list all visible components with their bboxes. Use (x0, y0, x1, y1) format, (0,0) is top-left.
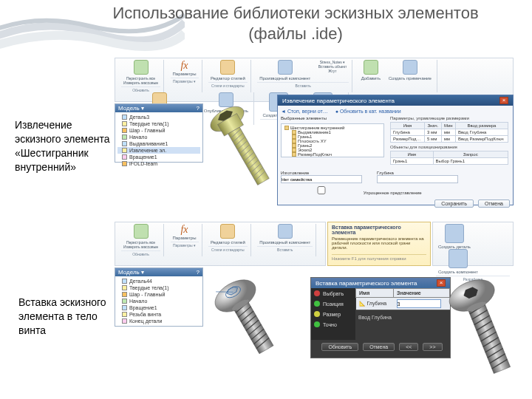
slide-title: Использование библиотеки эскизных элемен… (89, 3, 502, 44)
tree-item[interactable]: Начало (117, 298, 200, 304)
style-editor-button[interactable]: Редактор стилей (211, 60, 245, 81)
next-button[interactable]: >> (423, 343, 442, 351)
dialog-title: Извлечение параметрического элемента (282, 98, 395, 104)
tree-item[interactable]: Вращение1 (117, 304, 200, 311)
wizard-step[interactable]: Размер (311, 309, 355, 319)
tree-item[interactable]: Твердые тела(1) (117, 284, 200, 291)
insert-ifeature-dialog: Вставка параметрического элемента× Выбра… (310, 277, 451, 358)
tooltip-insert-ifeature: Вставка параметрического элемента Размещ… (327, 222, 431, 266)
group-label: Вставить (257, 82, 349, 88)
close-icon[interactable]: × (437, 279, 446, 287)
wizard-step[interactable]: Точно (311, 319, 355, 330)
refresh-button[interactable]: Обновить (321, 343, 358, 351)
depth-value-input[interactable] (397, 299, 441, 308)
derived-component-button[interactable]: Производный компонент (259, 60, 310, 81)
svg-rect-3 (228, 127, 270, 185)
close-icon[interactable]: × (499, 97, 508, 104)
round-head-bolt-image (203, 266, 314, 362)
tree-item[interactable]: Вращение1 (117, 154, 200, 160)
wizard-step[interactable]: Позиция (311, 299, 355, 309)
feature-tree[interactable]: Шестигранник внутреннийВыдавливание1Гран… (281, 123, 384, 157)
fx-button[interactable]: fxПараметры (173, 224, 197, 240)
fx-button[interactable]: fxПараметры (173, 60, 197, 76)
hex-socket-bolt-image (203, 96, 284, 200)
tree-item[interactable]: Шар - Главный (117, 127, 200, 134)
tree-item[interactable]: Начало (117, 134, 200, 140)
dialog-title: Вставка параметрического элемента (316, 280, 417, 287)
tree-item[interactable]: Деталь3 (117, 114, 200, 120)
tree-item[interactable]: Шар - Главный (117, 291, 200, 298)
wizard-step[interactable]: Выбрать (311, 288, 355, 299)
create-part-button[interactable]: Создать деталь (438, 224, 471, 249)
model-browser-1[interactable]: Модель ▾? Деталь3Твердые тела(1)Шар - Гл… (115, 103, 203, 163)
mfg-input[interactable] (281, 175, 362, 183)
add-button[interactable]: Добавить (361, 60, 381, 81)
tree-item[interactable]: Деталь44 (117, 278, 200, 284)
tree-item[interactable]: Выдавливание1 (117, 140, 200, 147)
save-button[interactable]: Сохранить (434, 200, 474, 208)
caption-extract: Извлечение эскизного элемента «Шестигран… (15, 118, 111, 174)
cancel-button[interactable]: Отмена (363, 343, 395, 351)
rebuild-button[interactable]: Перестроить всеИзмерить массовые (123, 60, 158, 85)
ribbon-bottom: Перестроить всеИзмерить массовые Обновит… (115, 222, 326, 266)
depth-input[interactable] (377, 175, 458, 183)
rebuild-button[interactable]: Перестроить всеИзмерить массовые (123, 224, 158, 249)
round-head-bolt-with-socket-image (447, 273, 525, 392)
caption-insert: Вставка эскизного элемента в тело винта (18, 296, 115, 338)
wizard-steps[interactable]: ВыбратьПозицияРазмерТочно (311, 288, 355, 340)
simplify-checkbox[interactable] (281, 186, 362, 194)
tree-item[interactable]: iFOLD-team (117, 160, 200, 167)
group-label: Стили и стандарты (208, 82, 248, 88)
svg-rect-33 (468, 301, 511, 373)
save-cat-link[interactable]: ● Обновить в кат. названии (335, 109, 401, 114)
tree-item[interactable]: Твердые тела(1) (117, 120, 200, 127)
back-button[interactable]: << (399, 343, 418, 351)
group-label: Обновить (121, 86, 160, 92)
derived-component-button[interactable]: Производный компонент (259, 224, 310, 245)
group-label: Параметры ▾ (171, 78, 199, 83)
tree-item[interactable]: Резьба винта (117, 311, 200, 318)
style-editor-button[interactable]: Редактор стилей (211, 224, 245, 245)
tree-item[interactable]: Извлечение эл. (117, 147, 200, 154)
create-component-button[interactable]: Создать компонент (438, 249, 478, 274)
tree-item[interactable]: Конец детали (117, 318, 200, 324)
create-note-button[interactable]: Создать примечание (389, 60, 432, 81)
ribbon-bottom-right: Создать деталь Создать компонент Разрабо… (432, 222, 514, 266)
extract-ifeature-dialog: Извлечение параметрического элемента× ◄ … (277, 95, 514, 205)
params-table[interactable]: ИмяЗнач.МинВвод размераГлубина3 ммммВвод… (390, 122, 508, 143)
model-browser-2[interactable]: Модель ▾? Деталь44Твердые тела(1)Шар - Г… (115, 267, 203, 327)
placement-table[interactable]: ИмяЗапросГрань1Выбор Грань1 (390, 151, 508, 165)
back-link[interactable]: ◄ Стоп, верни от… (281, 109, 328, 114)
cancel-button[interactable]: Отмена (478, 200, 510, 208)
